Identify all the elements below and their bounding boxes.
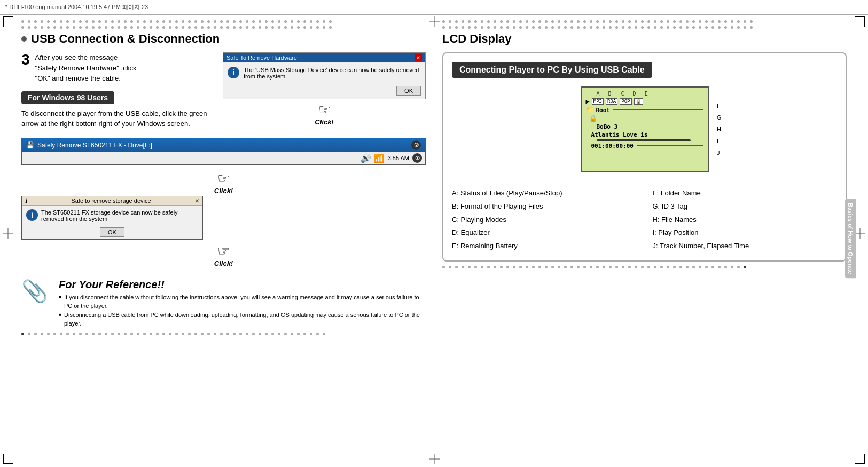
dot bbox=[526, 26, 528, 29]
dot bbox=[462, 26, 464, 29]
dot bbox=[111, 26, 114, 29]
dot bbox=[291, 26, 293, 29]
dialog-close-button[interactable]: ✕ bbox=[415, 54, 422, 61]
dot bbox=[513, 20, 515, 23]
legend-item-f: F: Folder Name bbox=[653, 188, 838, 199]
dot bbox=[316, 20, 319, 23]
side-tab: Basics of How to Operate bbox=[845, 199, 856, 278]
dot bbox=[41, 20, 43, 23]
dot bbox=[551, 20, 554, 23]
dot bbox=[628, 20, 631, 23]
balloon-title-icon: ℹ bbox=[25, 197, 27, 204]
dot bbox=[41, 333, 43, 335]
dots-row-top-right2 bbox=[442, 26, 847, 29]
dot bbox=[143, 20, 146, 23]
dots-row-bottom-left bbox=[21, 333, 426, 335]
dot bbox=[98, 26, 101, 29]
dot bbox=[175, 333, 178, 335]
cross-right bbox=[855, 228, 865, 239]
dot bbox=[692, 266, 695, 268]
dot bbox=[679, 266, 682, 268]
dot bbox=[660, 20, 663, 23]
lcd-tag-pop: POP bbox=[620, 98, 631, 105]
dot bbox=[519, 26, 522, 29]
lcd-right-labels: F G H I J bbox=[717, 102, 722, 156]
dot bbox=[603, 266, 605, 268]
dot bbox=[628, 26, 631, 29]
dot bbox=[85, 20, 88, 23]
dot bbox=[596, 20, 599, 23]
dot bbox=[41, 26, 43, 29]
dot bbox=[310, 333, 312, 335]
dot bbox=[53, 20, 56, 23]
dot bbox=[156, 20, 159, 23]
dot bbox=[226, 20, 229, 23]
dot bbox=[442, 266, 445, 268]
dot bbox=[47, 20, 50, 23]
dot bbox=[143, 26, 146, 29]
dot bbox=[118, 20, 120, 23]
click2-hand: ☞ bbox=[217, 170, 230, 187]
dot bbox=[60, 333, 62, 335]
dot bbox=[150, 333, 152, 335]
dot bbox=[201, 26, 204, 29]
balloon-info-icon: i bbox=[26, 209, 38, 221]
cross-left bbox=[3, 228, 13, 239]
folder-icon: 📁 bbox=[586, 106, 594, 114]
click3-label: Click! bbox=[214, 259, 233, 267]
reg-mark-tl bbox=[3, 16, 13, 27]
play-icon: ▶ bbox=[586, 98, 590, 105]
dot bbox=[73, 20, 75, 23]
dot bbox=[583, 20, 586, 23]
dot bbox=[635, 26, 637, 29]
dot bbox=[66, 333, 69, 335]
dot bbox=[303, 333, 306, 335]
dot bbox=[303, 20, 306, 23]
dot bbox=[316, 26, 319, 29]
dialog-ok-button[interactable]: OK bbox=[396, 86, 421, 96]
dot bbox=[494, 20, 496, 23]
lcd-tag-lock: 🔒 bbox=[634, 98, 643, 105]
dot bbox=[278, 26, 280, 29]
dot bbox=[34, 20, 37, 23]
dot bbox=[615, 20, 618, 23]
disconnect-text: To disconnect the player from the USB ca… bbox=[21, 108, 215, 129]
dot bbox=[92, 26, 95, 29]
dot bbox=[194, 333, 197, 335]
dot bbox=[577, 20, 580, 23]
lcd-screen-wrapper: A B C D E ▶ MP3 RDA POP 🔒 bbox=[581, 86, 709, 180]
dot bbox=[291, 333, 293, 335]
legend-item-c: C: Playing Modes bbox=[452, 215, 637, 226]
dialog-titlebar: Safe To Remove Hardware ✕ bbox=[223, 53, 425, 62]
dot bbox=[278, 333, 280, 335]
dot bbox=[220, 26, 223, 29]
dot bbox=[34, 26, 37, 29]
dot bbox=[259, 26, 261, 29]
click3-area: ☞ Click! bbox=[21, 241, 426, 267]
dot bbox=[692, 26, 695, 29]
dot bbox=[284, 20, 287, 23]
dot bbox=[564, 20, 567, 23]
dot bbox=[124, 333, 127, 335]
dot bbox=[577, 266, 580, 268]
dot bbox=[259, 20, 261, 23]
dot bbox=[603, 20, 605, 23]
balloon-screenshot: ℹ Safe to remove storage device ✕ i The … bbox=[21, 196, 203, 240]
dot bbox=[641, 20, 644, 23]
dot bbox=[162, 333, 165, 335]
dot bbox=[201, 333, 204, 335]
dialog-area: Safe To Remove Hardware ✕ i The 'USB Mas… bbox=[223, 52, 426, 134]
dot bbox=[564, 266, 567, 268]
dialog-ok-area: OK bbox=[223, 84, 425, 99]
dot bbox=[711, 266, 714, 268]
dot bbox=[182, 26, 184, 29]
balloon-close[interactable]: ✕ bbox=[195, 198, 199, 204]
dot bbox=[468, 20, 471, 23]
lcd-progress-bar bbox=[597, 139, 691, 141]
balloon-ok-button[interactable]: OK bbox=[100, 227, 124, 237]
reg-mark-bl bbox=[3, 454, 13, 464]
dot bbox=[711, 26, 714, 29]
dot bbox=[500, 26, 503, 29]
dot bbox=[519, 266, 522, 268]
dot bbox=[699, 20, 701, 23]
